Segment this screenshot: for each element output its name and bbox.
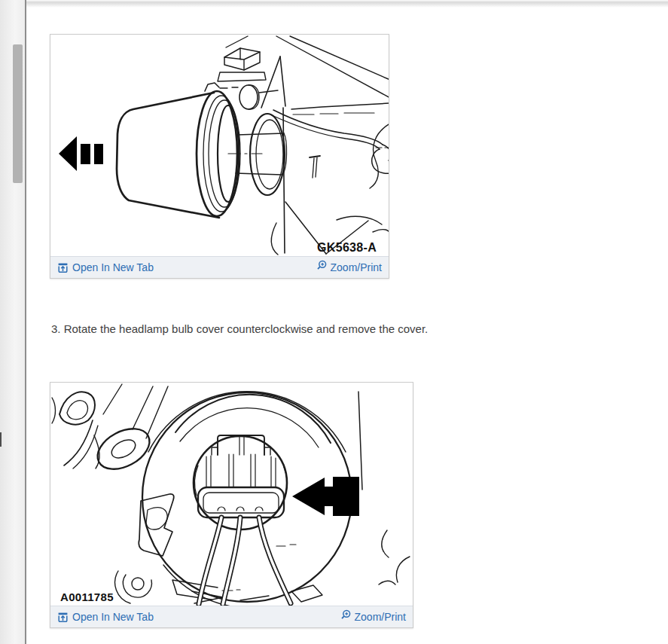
open-in-new-tab-link[interactable]: Open In New Tab — [57, 611, 154, 623]
figure-caption: GK5638-A — [317, 241, 377, 255]
left-arrow-icon — [292, 477, 359, 516]
figure-caption: A0011785 — [60, 591, 114, 603]
scrollbar-thumb[interactable] — [13, 44, 23, 183]
open-in-new-tab-label: Open In New Tab — [72, 611, 154, 623]
open-in-new-tab-label: Open In New Tab — [72, 261, 154, 273]
left-arrow-icon — [59, 136, 103, 171]
open-in-new-tab-icon — [57, 262, 69, 273]
figure-toolbar: Open In New Tab Zoom/Print — [50, 606, 413, 627]
zoom-print-label: Zoom/Print — [355, 611, 406, 623]
zoom-print-label: Zoom/Print — [331, 261, 382, 273]
zoom-print-link[interactable]: Zoom/Print — [340, 609, 406, 624]
figure-headlamp-bulb-removal: GK5638-A Open In New Tab — [50, 34, 389, 279]
open-in-new-tab-link[interactable]: Open In New Tab — [57, 261, 154, 273]
page: GK5638-A Open In New Tab — [0, 0, 668, 644]
step-instruction: 3. Rotate the headlamp bulb cover counte… — [51, 322, 428, 335]
headlamp-bulb-removal-drawing — [50, 35, 389, 256]
magnifier-plus-icon — [316, 260, 327, 270]
magnifier-plus-icon — [340, 609, 351, 620]
left-edge-mark — [0, 432, 2, 447]
figure-toolbar: Open In New Tab Zoom/Print — [50, 256, 389, 278]
diagram-bulb-connector: A0011785 — [50, 383, 413, 606]
figure-bulb-connector: A0011785 Open In New Tab — [50, 382, 413, 628]
scrollbar-track[interactable] — [0, 0, 25, 644]
top-shadow — [26, 0, 668, 8]
content-area: GK5638-A Open In New Tab — [26, 0, 668, 644]
bulb-connector-drawing — [50, 383, 413, 606]
diagram-headlamp-bulb-removal: GK5638-A — [50, 35, 389, 256]
zoom-print-link[interactable]: Zoom/Print — [316, 260, 382, 275]
open-in-new-tab-icon — [57, 612, 69, 623]
